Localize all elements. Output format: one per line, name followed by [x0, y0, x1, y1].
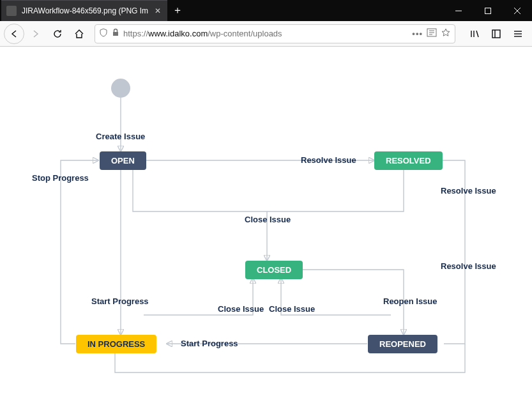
svg-rect-12	[492, 30, 500, 38]
label-reopen-issue: Reopen Issue	[383, 296, 437, 306]
page-content: OPEN RESOLVED CLOSED IN PROGRESS REOPENE…	[0, 47, 532, 407]
home-button[interactable]	[69, 24, 89, 44]
reader-view-icon[interactable]	[427, 28, 437, 39]
new-tab-button[interactable]: ＋	[167, 0, 188, 21]
node-in-progress: IN PROGRESS	[76, 335, 156, 353]
label-resolve-issue-top: Resolve Issue	[301, 155, 356, 165]
start-node	[111, 79, 130, 98]
page-actions-icon[interactable]: •••	[412, 29, 423, 38]
label-create-issue: Create Issue	[96, 132, 145, 141]
svg-line-11	[476, 31, 478, 37]
browser-chrome: JIRAWorkflow-846x569.png (PNG Im ✕ ＋	[0, 0, 532, 47]
node-reopened: REOPENED	[368, 335, 437, 353]
tab-title: JIRAWorkflow-846x569.png (PNG Im	[22, 6, 148, 15]
close-tab-icon[interactable]: ✕	[153, 6, 162, 15]
sidebar-icon[interactable]	[486, 24, 506, 44]
tab-favicon	[6, 6, 17, 16]
window-controls	[444, 0, 532, 21]
close-window-button[interactable]	[503, 0, 532, 21]
library-icon[interactable]	[464, 24, 485, 44]
reload-button[interactable]	[47, 24, 68, 44]
workflow-diagram: OPEN RESOLVED CLOSED IN PROGRESS REOPENE…	[0, 47, 532, 407]
node-closed: CLOSED	[245, 261, 303, 279]
browser-tab[interactable]: JIRAWorkflow-846x569.png (PNG Im ✕	[1, 0, 167, 21]
lock-icon[interactable]	[112, 28, 119, 39]
svg-rect-1	[485, 8, 491, 13]
toolbar: https://www.idalko.com/wp-content/upload…	[0, 21, 532, 47]
titlebar: JIRAWorkflow-846x569.png (PNG Im ✕ ＋	[0, 0, 532, 21]
tracking-shield-icon[interactable]	[99, 28, 108, 39]
label-stop-progress: Stop Progress	[32, 173, 89, 183]
minimize-button[interactable]	[444, 0, 473, 21]
node-resolved: RESOLVED	[374, 151, 443, 170]
forward-button[interactable]	[26, 24, 46, 44]
svg-rect-4	[113, 32, 118, 36]
label-start-progress-left: Start Progress	[91, 296, 149, 306]
node-open: OPEN	[100, 151, 146, 170]
label-close-issue-top: Close Issue	[245, 215, 291, 224]
menu-icon[interactable]	[508, 24, 528, 44]
maximize-button[interactable]	[473, 0, 503, 21]
label-close-issue-right: Close Issue	[269, 304, 315, 314]
toolbar-right	[464, 24, 528, 44]
label-close-issue-left: Close Issue	[218, 304, 264, 314]
label-start-progress-mid: Start Progress	[181, 339, 238, 348]
back-button[interactable]	[4, 24, 24, 44]
url-bar[interactable]: https://www.idalko.com/wp-content/upload…	[95, 24, 455, 43]
label-resolve-issue-right1: Resolve Issue	[441, 186, 496, 196]
url-text: https://www.idalko.com/wp-content/upload…	[123, 29, 408, 38]
bookmark-star-icon[interactable]	[441, 27, 451, 40]
label-resolve-issue-right2: Resolve Issue	[441, 261, 496, 271]
